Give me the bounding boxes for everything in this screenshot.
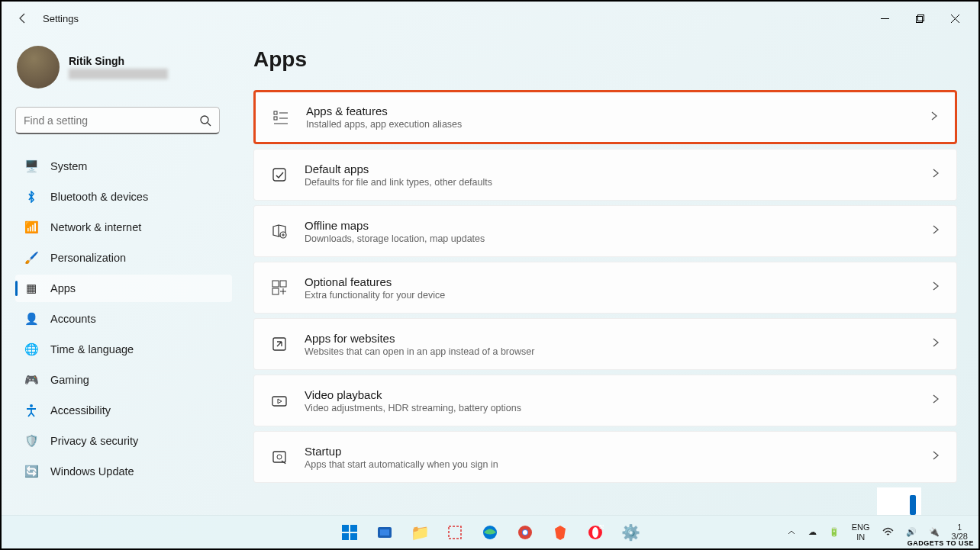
sidebar-nav: 🖥️SystemBluetooth & devices📶Network & in… — [15, 153, 232, 485]
card-icon — [269, 221, 289, 241]
onedrive-icon[interactable]: ☁ — [805, 527, 820, 537]
taskbar-right: ☁ 🔋 ENG IN 🔊 🔌 1 3/28 — [784, 523, 978, 541]
sidebar-item-windows-update[interactable]: 🔄Windows Update — [15, 458, 232, 485]
taskview-icon[interactable] — [369, 517, 400, 548]
card-icon — [269, 447, 289, 467]
search-input[interactable] — [24, 114, 199, 127]
card-startup[interactable]: StartupApps that start automatically whe… — [253, 431, 957, 483]
nav-icon: 🛡️ — [24, 434, 38, 448]
nav-icon — [24, 190, 38, 204]
search-icon — [199, 114, 211, 127]
sidebar-item-apps[interactable]: ▦Apps — [15, 275, 232, 302]
card-optional-features[interactable]: Optional featuresExtra functionality for… — [253, 262, 957, 314]
user-profile[interactable]: Ritik Singh — [17, 46, 232, 88]
opera-icon[interactable]: 539 — [580, 517, 611, 548]
nav-icon: 🌐 — [24, 343, 38, 356]
svg-rect-31 — [380, 529, 389, 536]
sidebar-item-network-internet[interactable]: 📶Network & internet — [15, 214, 232, 241]
chevron-right-icon — [930, 224, 941, 238]
card-subtitle: Websites that can open in an app instead… — [305, 346, 930, 357]
chevron-right-icon — [930, 168, 941, 182]
card-subtitle: Extra functionality for your device — [305, 290, 930, 301]
svg-rect-26 — [342, 525, 349, 532]
main-content: Apps Apps & featuresInstalled apps, app … — [238, 35, 978, 518]
chrome-icon[interactable] — [510, 517, 540, 548]
card-title: Apps & features — [306, 105, 929, 117]
taskbar-center: 📁 539 ⚙️ — [334, 517, 646, 548]
sidebar-item-personalization[interactable]: 🖌️Personalization — [15, 244, 232, 272]
svg-rect-19 — [272, 288, 279, 294]
svg-line-6 — [208, 123, 211, 126]
window-title: Settings — [43, 13, 79, 24]
svg-rect-17 — [272, 281, 279, 287]
nav-label: Apps — [50, 282, 76, 294]
card-title: Video playback — [305, 388, 930, 401]
chevron-right-icon — [930, 450, 941, 464]
nav-icon: 📶 — [24, 220, 38, 234]
card-subtitle: Downloads, storage location, map updates — [305, 233, 930, 244]
sidebar: Ritik Singh 🖥️SystemBluetooth & devices📶… — [2, 35, 238, 518]
card-apps-features[interactable]: Apps & featuresInstalled apps, app execu… — [253, 90, 957, 144]
volume-icon[interactable]: 🔊 — [903, 527, 920, 537]
nav-label: Network & internet — [50, 221, 141, 233]
nav-label: Accounts — [50, 313, 96, 325]
sidebar-item-accounts[interactable]: 👤Accounts — [15, 305, 232, 333]
back-button[interactable] — [8, 3, 38, 34]
nav-icon: 🎮 — [24, 373, 38, 387]
wifi-icon[interactable] — [879, 526, 897, 538]
card-video-playback[interactable]: Video playbackVideo adjustments, HDR str… — [253, 375, 957, 426]
card-subtitle: Apps that start automatically when you s… — [305, 459, 930, 470]
sidebar-item-system[interactable]: 🖥️System — [15, 153, 232, 180]
svg-text:539: 539 — [599, 524, 604, 529]
user-email-blurred — [69, 69, 168, 79]
edge-icon[interactable] — [475, 517, 505, 548]
svg-rect-32 — [449, 526, 461, 539]
nav-icon: 🔄 — [24, 465, 38, 478]
svg-rect-29 — [350, 533, 357, 540]
sidebar-item-accessibility[interactable]: Accessibility — [15, 397, 232, 424]
chevron-right-icon — [930, 394, 941, 407]
brave-icon[interactable] — [545, 517, 575, 548]
sidebar-item-gaming[interactable]: 🎮Gaming — [15, 366, 232, 394]
explorer-icon[interactable]: 📁 — [405, 517, 435, 548]
sidebar-item-privacy-security[interactable]: 🛡️Privacy & security — [15, 427, 232, 455]
card-subtitle: Defaults for file and link types, other … — [305, 177, 930, 188]
power-icon[interactable]: 🔌 — [926, 527, 943, 537]
card-title: Optional features — [305, 275, 930, 288]
watermark: GADGETS TO USE — [907, 539, 974, 547]
minimize-button[interactable] — [867, 6, 902, 31]
card-apps-for-websites[interactable]: Apps for websitesWebsites that can open … — [253, 318, 957, 370]
card-icon — [269, 334, 289, 354]
card-title: Offline maps — [305, 219, 930, 232]
card-title: Default apps — [305, 162, 930, 175]
svg-rect-8 — [274, 111, 277, 114]
sidebar-item-bluetooth-devices[interactable]: Bluetooth & devices — [15, 183, 232, 211]
svg-rect-18 — [280, 281, 286, 287]
card-default-apps[interactable]: Default appsDefaults for file and link t… — [253, 149, 957, 201]
sidebar-item-time-language[interactable]: 🌐Time & language — [15, 336, 232, 363]
clock[interactable]: 1 3/28 — [949, 523, 971, 541]
svg-rect-2 — [917, 14, 924, 21]
battery-icon[interactable]: 🔋 — [826, 527, 843, 537]
titlebar: Settings — [2, 2, 978, 35]
card-icon — [271, 108, 291, 127]
card-subtitle: Installed apps, app execution aliases — [306, 119, 929, 130]
chevron-right-icon — [929, 111, 940, 124]
nav-label: Bluetooth & devices — [50, 191, 148, 203]
close-button[interactable] — [937, 6, 972, 31]
card-offline-maps[interactable]: Offline mapsDownloads, storage location,… — [253, 205, 957, 257]
svg-rect-1 — [916, 16, 922, 22]
settings-taskbar-icon[interactable]: ⚙️ — [615, 517, 646, 548]
svg-rect-23 — [272, 397, 286, 406]
card-title: Startup — [305, 445, 930, 458]
svg-point-38 — [592, 527, 598, 538]
svg-rect-27 — [350, 525, 357, 532]
search-box[interactable] — [15, 107, 220, 134]
nav-icon: ▦ — [24, 281, 38, 295]
start-button[interactable] — [334, 517, 365, 548]
snip-icon[interactable] — [440, 517, 470, 548]
nav-label: Gaming — [50, 374, 89, 386]
tray-chevron-icon[interactable] — [784, 528, 799, 537]
maximize-button[interactable] — [902, 6, 937, 31]
language-indicator[interactable]: ENG IN — [849, 523, 873, 541]
